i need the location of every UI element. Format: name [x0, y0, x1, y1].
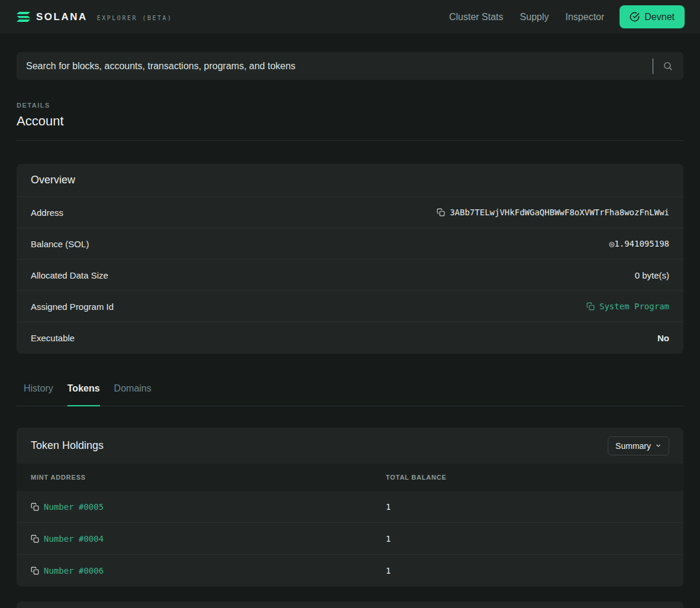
overview-row-address: Address 3ABb7TELwjVHkFdWGaQHBWwF8oXVWTrF… — [17, 197, 683, 228]
next-card-partial — [17, 601, 683, 608]
overview-row-executable: Executable No — [17, 322, 683, 354]
nav-links: Cluster Stats Supply Inspector — [449, 12, 604, 22]
page-title: Account — [17, 114, 683, 129]
copy-icon[interactable] — [437, 208, 445, 216]
account-address: 3ABb7TELwjVHkFdWGaQHBWwF8oXVWTrFha8wozFn… — [450, 208, 669, 217]
overview-row-data-size: Allocated Data Size 0 byte(s) — [17, 260, 683, 291]
executable-value: No — [657, 333, 669, 343]
solana-brand[interactable]: SOLANA EXPLORER (BETA) — [17, 11, 173, 23]
mint-address-link[interactable]: Number #0005 — [44, 502, 104, 512]
tab-domains[interactable]: Domains — [114, 381, 151, 406]
row-label: Executable — [31, 333, 75, 343]
mint-address-link[interactable]: Number #0004 — [44, 534, 104, 544]
token-row: Number #0006 1 — [17, 555, 683, 587]
allocated-data-size: 0 byte(s) — [635, 270, 669, 280]
token-holdings-title: Token Holdings — [31, 439, 104, 452]
row-label: Allocated Data Size — [31, 270, 108, 280]
page-head: DETAILS Account — [17, 102, 683, 141]
system-program-link[interactable]: System Program — [599, 302, 669, 311]
check-circle-icon — [630, 12, 640, 22]
token-row: Number #0005 1 — [17, 491, 683, 523]
nav-link-cluster-stats[interactable]: Cluster Stats — [449, 12, 504, 22]
row-label: Balance (SOL) — [31, 239, 89, 249]
nav-link-supply[interactable]: Supply — [520, 12, 549, 22]
col-total-balance: TOTAL BALANCE — [386, 474, 447, 481]
copy-icon[interactable] — [31, 503, 39, 511]
token-holdings-card: Token Holdings Summary MINT ADDRESS TOTA… — [17, 428, 683, 587]
overview-title: Overview — [31, 174, 75, 186]
brand-name: SOLANA — [36, 11, 88, 23]
token-table-header: MINT ADDRESS TOTAL BALANCE — [17, 464, 683, 491]
col-mint-address: MINT ADDRESS — [31, 474, 386, 481]
navbar: SOLANA EXPLORER (BETA) Cluster Stats Sup… — [0, 0, 700, 34]
search-separator — [653, 59, 653, 74]
overview-card: Overview Address 3ABb7TELwjVHkFdWGaQHBWw… — [17, 164, 683, 354]
token-balance: 1 — [386, 502, 391, 512]
row-label: Assigned Program Id — [31, 302, 114, 312]
details-eyebrow: DETAILS — [17, 102, 683, 109]
display-mode-dropdown[interactable]: Summary — [608, 436, 669, 455]
chevron-down-icon — [655, 442, 662, 449]
search-input[interactable] — [26, 61, 644, 72]
tab-history[interactable]: History — [24, 381, 53, 406]
search-bar — [17, 52, 683, 80]
overview-card-header: Overview — [17, 164, 683, 197]
brand-suffix: EXPLORER (BETA) — [97, 15, 173, 21]
nav-link-inspector[interactable]: Inspector — [565, 12, 604, 22]
sol-balance: ◎1.941095198 — [609, 239, 669, 248]
copy-icon[interactable] — [31, 535, 39, 543]
cluster-devnet-button[interactable]: Devnet — [620, 5, 685, 28]
mint-address-link[interactable]: Number #0006 — [44, 566, 104, 575]
search-icon[interactable] — [662, 60, 674, 72]
copy-icon[interactable] — [586, 302, 595, 311]
tab-tokens[interactable]: Tokens — [67, 381, 100, 406]
solana-logo-icon — [17, 12, 30, 22]
copy-icon[interactable] — [31, 567, 39, 575]
account-tabs: History Tokens Domains — [17, 381, 683, 406]
row-label: Address — [31, 208, 63, 218]
token-balance: 1 — [386, 534, 391, 544]
header-divider — [17, 140, 683, 141]
token-holdings-header: Token Holdings Summary — [17, 428, 683, 464]
overview-row-program-id: Assigned Program Id System Program — [17, 291, 683, 322]
overview-row-balance: Balance (SOL) ◎1.941095198 — [17, 228, 683, 260]
token-balance: 1 — [386, 566, 391, 575]
token-row: Number #0004 1 — [17, 523, 683, 555]
